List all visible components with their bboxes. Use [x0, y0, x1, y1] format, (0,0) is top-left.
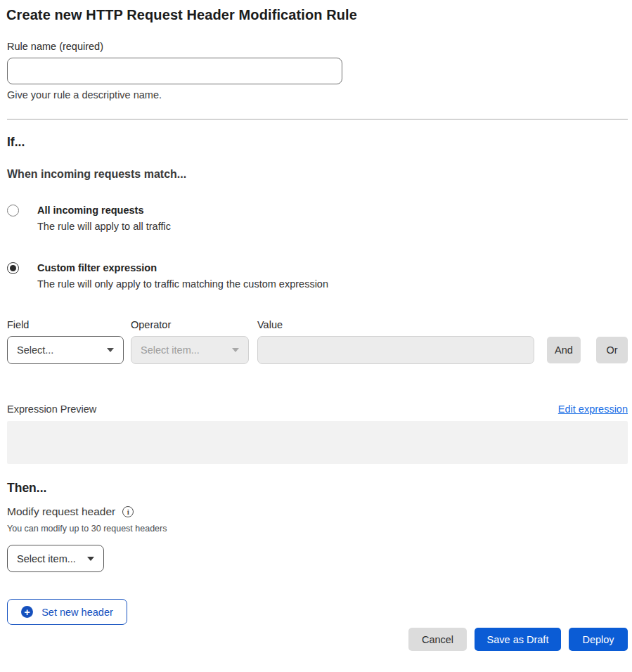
operator-select[interactable]: Select item...	[131, 336, 249, 364]
header-item-select[interactable]: Select item...	[7, 545, 104, 572]
radio-option-label: All incoming requests	[37, 204, 171, 217]
radio-selected-icon[interactable]	[7, 262, 19, 274]
rule-name-label: Rule name (required)	[7, 41, 628, 52]
section-divider	[7, 119, 628, 119]
radio-unselected-icon[interactable]	[7, 205, 19, 217]
and-button[interactable]: And	[547, 337, 581, 363]
info-icon[interactable]: i	[122, 506, 134, 517]
set-new-header-label: Set new header	[41, 607, 113, 618]
create-rule-form: Create new HTTP Request Header Modificat…	[0, 0, 632, 651]
rule-name-helper: Give your rule a descriptive name.	[7, 89, 628, 101]
deploy-button[interactable]: Deploy	[569, 628, 628, 651]
if-section-heading: If...	[7, 135, 628, 150]
modify-header-helper: You can modify up to 30 request headers	[7, 524, 628, 534]
footer-actions: Cancel Save as Draft Deploy	[7, 628, 628, 651]
then-section-heading: Then...	[7, 481, 628, 496]
or-button[interactable]: Or	[596, 337, 628, 363]
edit-expression-link[interactable]: Edit expression	[558, 403, 628, 415]
page-title: Create new HTTP Request Header Modificat…	[6, 6, 628, 24]
header-item-select-value: Select item...	[17, 553, 76, 564]
radio-option-description: The rule will apply to all traffic	[37, 220, 171, 233]
expression-preview-header: Expression Preview Edit expression	[7, 403, 628, 415]
field-select[interactable]: Select...	[7, 336, 124, 364]
plus-icon: +	[21, 606, 33, 618]
chevron-down-icon	[232, 348, 239, 352]
match-subheading: When incoming requests match...	[7, 168, 628, 181]
field-select-value: Select...	[17, 344, 53, 356]
operator-label: Operator	[131, 319, 249, 330]
radio-option-all-incoming-requests[interactable]: All incoming requests The rule will appl…	[7, 204, 628, 233]
expression-preview-box	[7, 421, 628, 464]
rule-name-input[interactable]	[7, 58, 342, 84]
chevron-down-icon	[87, 557, 94, 561]
operator-select-value: Select item...	[141, 344, 200, 356]
value-input[interactable]	[257, 336, 534, 364]
cancel-button[interactable]: Cancel	[408, 628, 467, 651]
field-label: Field	[7, 319, 124, 330]
radio-option-label: Custom filter expression	[37, 261, 328, 275]
modify-request-header-label: Modify request header	[7, 505, 115, 518]
value-label: Value	[257, 319, 534, 330]
expression-builder-row: Field Select... Operator Select item... …	[7, 319, 628, 364]
save-as-draft-button[interactable]: Save as Draft	[475, 628, 561, 651]
radio-option-custom-filter-expression[interactable]: Custom filter expression The rule will o…	[7, 261, 628, 291]
radio-option-description: The rule will only apply to traffic matc…	[37, 278, 328, 291]
chevron-down-icon	[107, 348, 114, 352]
expression-preview-label: Expression Preview	[7, 403, 96, 415]
modify-request-header-row: Modify request header i	[7, 505, 628, 518]
set-new-header-button[interactable]: + Set new header	[7, 599, 127, 625]
